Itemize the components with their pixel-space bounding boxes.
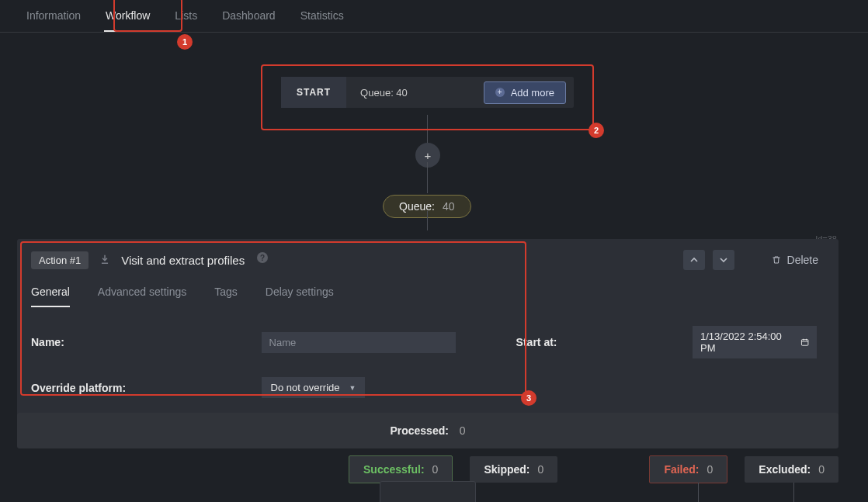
nav-item-information[interactable]: Information xyxy=(25,5,82,32)
sub-tab-tags[interactable]: Tags xyxy=(214,281,238,307)
processed-label: Processed: xyxy=(390,424,448,437)
download-icon[interactable] xyxy=(99,254,110,267)
nav-item-lists[interactable]: Lists xyxy=(173,5,199,32)
plus-circle-icon: + xyxy=(495,88,505,97)
chevron-down-icon: ▼ xyxy=(349,384,356,392)
action-header: Action #1 Visit and extract profiles ? D… xyxy=(17,239,838,276)
action-form: Name: Start at: 1/13/2022 2:54:00 PM Ove… xyxy=(17,307,838,418)
excluded-label: Excluded: xyxy=(759,463,811,476)
connector-line xyxy=(793,483,794,502)
start-at-field[interactable]: 1/13/2022 2:54:00 PM xyxy=(693,326,817,358)
sub-tab-general[interactable]: General xyxy=(31,281,70,307)
connector-line xyxy=(698,483,699,502)
status-row: Successful: 0 Skipped: 0 Failed: 0 Exclu… xyxy=(17,455,838,483)
add-more-button[interactable]: + Add more xyxy=(484,81,566,104)
add-node-button[interactable]: + xyxy=(415,143,440,168)
action-sub-tabs: General Advanced settings Tags Delay set… xyxy=(17,276,838,307)
top-nav: Information Workflow Lists Dashboard Sta… xyxy=(0,0,868,33)
sub-tab-delay[interactable]: Delay settings xyxy=(266,281,334,307)
move-down-button[interactable] xyxy=(713,250,734,270)
start-node: START Queue: 40 + Add more xyxy=(281,77,574,108)
move-up-button[interactable] xyxy=(683,250,705,270)
nav-item-statistics[interactable]: Statistics xyxy=(299,5,345,32)
queue-node-count: 40 xyxy=(443,200,455,213)
status-failed[interactable]: Failed: 0 xyxy=(649,455,727,483)
failed-label: Failed: xyxy=(664,463,699,476)
status-excluded[interactable]: Excluded: 0 xyxy=(745,456,838,483)
skipped-value: 0 xyxy=(538,463,544,476)
annotation-badge-2: 2 xyxy=(589,123,604,138)
annotation-badge-1: 1 xyxy=(177,34,193,50)
failed-value: 0 xyxy=(707,463,713,476)
name-label: Name: xyxy=(31,336,251,348)
delete-button[interactable]: Delete xyxy=(766,251,825,269)
annotation-badge-3: 3 xyxy=(521,390,536,406)
action-number-badge: Action #1 xyxy=(31,251,89,269)
calendar-icon xyxy=(800,338,809,347)
start-queue-text: Queue: 40 xyxy=(346,87,484,99)
node-stub[interactable] xyxy=(380,481,476,502)
queue-node-label: Queue: xyxy=(399,200,435,213)
nav-item-workflow[interactable]: Workflow xyxy=(104,5,151,32)
start-at-value: 1/13/2022 2:54:00 PM xyxy=(700,331,794,354)
connector-line xyxy=(427,115,428,146)
workflow-canvas: START Queue: 40 + Add more + Queue: 40 I… xyxy=(0,33,868,502)
start-label: START xyxy=(281,77,346,108)
status-successful[interactable]: Successful: 0 xyxy=(349,455,453,483)
processed-bar: Processed: 0 xyxy=(17,413,838,448)
skipped-label: Skipped: xyxy=(484,463,529,476)
name-input[interactable] xyxy=(262,332,456,353)
nav-item-dashboard[interactable]: Dashboard xyxy=(220,5,277,32)
action-title: Visit and extract profiles xyxy=(121,254,245,267)
override-platform-value: Do not override xyxy=(271,382,340,393)
help-icon[interactable]: ? xyxy=(257,252,268,263)
connector-line xyxy=(427,162,428,193)
successful-value: 0 xyxy=(432,463,439,476)
processed-value: 0 xyxy=(460,424,466,437)
override-platform-label: Override platform: xyxy=(31,382,251,394)
action-panel: Action #1 Visit and extract profiles ? D… xyxy=(17,239,838,418)
excluded-value: 0 xyxy=(818,463,825,476)
status-skipped[interactable]: Skipped: 0 xyxy=(470,456,557,483)
sub-tab-advanced[interactable]: Advanced settings xyxy=(98,281,186,307)
override-platform-select[interactable]: Do not override ▼ xyxy=(262,377,366,398)
svg-rect-0 xyxy=(801,340,807,346)
delete-label: Delete xyxy=(787,254,818,266)
connector-line xyxy=(427,211,428,230)
successful-label: Successful: xyxy=(363,463,425,476)
add-more-label: Add more xyxy=(511,87,554,99)
start-at-label: Start at: xyxy=(516,336,682,348)
